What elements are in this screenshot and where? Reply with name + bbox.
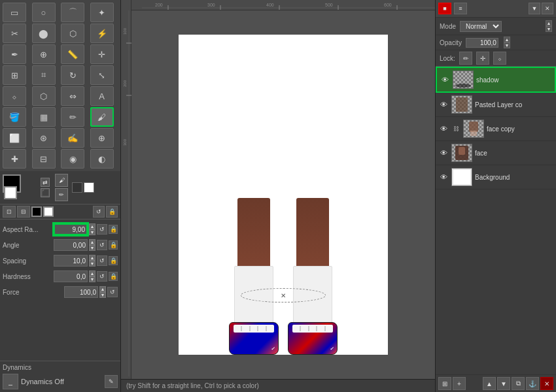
hardness-input[interactable] <box>54 270 88 282</box>
panel-menu-btn[interactable]: ▼ <box>529 3 540 14</box>
hardness-lock[interactable]: 🔒 <box>109 272 118 281</box>
canvas-content[interactable]: ✓ <box>131 10 435 379</box>
align-tool[interactable]: ⊞ <box>3 65 26 85</box>
aspect-ratio-spin-up[interactable]: ▲ <box>89 223 96 229</box>
channels-tab-icon[interactable]: ≡ <box>454 3 467 14</box>
aspect-ratio-reset[interactable]: ↺ <box>97 224 107 235</box>
background-color[interactable] <box>4 186 17 199</box>
rotate-tool[interactable]: ↻ <box>61 65 84 85</box>
canvas-document[interactable]: ✓ <box>179 35 388 355</box>
edit-brush-icon[interactable]: ✏ <box>55 188 68 201</box>
hardness-spin-down[interactable]: ▼ <box>89 276 96 282</box>
brush-color-swatch[interactable] <box>31 206 42 217</box>
mode-up-btn[interactable]: ▲ <box>546 20 552 26</box>
angle-spin-up[interactable]: ▲ <box>89 239 96 245</box>
opacity-up-btn[interactable]: ▲ <box>504 37 510 42</box>
perspective-clone-tool[interactable]: ⊟ <box>32 149 56 169</box>
spacing-reset[interactable]: ↺ <box>97 255 107 266</box>
foreground-select-tool[interactable]: ⬡ <box>61 24 84 43</box>
fuzzy-select-tool[interactable]: ✦ <box>90 3 114 22</box>
force-input[interactable] <box>64 286 98 298</box>
pencil-tool[interactable]: ✏ <box>61 107 84 127</box>
layer-item-face[interactable]: 👁 face <box>436 141 556 165</box>
dodge-burn-tool[interactable]: ◐ <box>90 149 114 169</box>
brush-sub-1[interactable]: ⊡ <box>3 206 16 218</box>
new-layer-btn[interactable]: + <box>453 377 466 390</box>
layer-item-background[interactable]: 👁 Background <box>436 165 556 189</box>
scale-tool[interactable]: ⤡ <box>90 65 114 85</box>
text-tool[interactable]: A <box>90 86 114 106</box>
angle-lock[interactable]: 🔒 <box>109 240 118 250</box>
spacing-lock[interactable]: 🔒 <box>109 256 118 265</box>
angle-reset[interactable]: ↺ <box>97 240 107 250</box>
force-reset[interactable]: ↺ <box>107 287 118 297</box>
by-color-tool[interactable]: ⬤ <box>32 24 56 43</box>
force-spin-down[interactable]: ▼ <box>99 292 106 298</box>
zoom-tool[interactable]: ⊕ <box>32 44 56 64</box>
aspect-ratio-spin-down[interactable]: ▼ <box>89 229 96 235</box>
blend-tool[interactable]: ▦ <box>32 107 56 127</box>
flip-tool[interactable]: ⇔ <box>61 86 84 106</box>
eraser-tool[interactable]: ⬜ <box>3 128 26 148</box>
opacity-input[interactable] <box>466 38 498 48</box>
layer-eye-face-copy[interactable]: 👁 <box>438 123 449 134</box>
angle-spin-down[interactable]: ▼ <box>89 245 96 251</box>
scissors-tool[interactable]: ✂ <box>3 24 26 43</box>
paths-tool[interactable]: ⚡ <box>90 24 114 43</box>
clone-tool[interactable]: ⊕ <box>90 128 114 148</box>
layer-item-shadow[interactable]: 👁 shadow <box>436 67 556 93</box>
brush-lock-btn[interactable]: 🔒 <box>106 206 118 218</box>
delete-layer-btn[interactable]: ✕ <box>540 377 553 390</box>
ellipse-select-tool[interactable]: ○ <box>32 3 56 22</box>
move-tool[interactable]: ✛ <box>90 44 114 64</box>
layer-eye-face[interactable]: 👁 <box>438 148 449 158</box>
hardness-spin-up[interactable]: ▲ <box>89 270 96 276</box>
lock-position-btn[interactable]: ✛ <box>476 52 489 65</box>
brush-sub-2[interactable]: ⊟ <box>17 206 30 218</box>
blur-tool[interactable]: ◉ <box>61 149 84 169</box>
crop-tool[interactable]: ⌗ <box>32 65 56 85</box>
layer-eye-pasted[interactable]: 👁 <box>438 99 449 110</box>
angle-input[interactable] <box>54 239 88 251</box>
aspect-ratio-input[interactable] <box>54 223 88 235</box>
duplicate-layer-btn[interactable]: ⧉ <box>512 377 525 390</box>
ink-tool[interactable]: ✍ <box>61 128 84 148</box>
heal-tool[interactable]: ✚ <box>3 149 26 169</box>
measure-tool[interactable]: 📏 <box>61 44 84 64</box>
layer-item-pasted[interactable]: 👁 Pasted Layer co <box>436 93 556 117</box>
brush-bg-swatch[interactable] <box>43 206 54 217</box>
anchor-layer-btn[interactable]: ⚓ <box>526 377 539 390</box>
spacing-spin-up[interactable]: ▲ <box>89 255 96 261</box>
lasso-tool[interactable]: ⌒ <box>61 3 84 22</box>
mode-down-btn[interactable]: ▼ <box>546 26 552 32</box>
lock-alpha-btn[interactable]: ⬦ <box>493 52 506 65</box>
brush-mode-icon[interactable]: 🖌 <box>55 174 68 187</box>
panel-close-btn[interactable]: ✕ <box>542 3 553 14</box>
force-spin-up[interactable]: ▲ <box>99 286 106 292</box>
spacing-input[interactable] <box>54 255 88 267</box>
spacing-spin-down[interactable]: ▼ <box>89 261 96 267</box>
color-pick-tool[interactable]: ✒ <box>3 44 26 64</box>
raise-layer-btn[interactable]: ▲ <box>483 377 496 390</box>
shear-tool[interactable]: ⬦ <box>3 86 26 106</box>
airbrush-tool[interactable]: ⊛ <box>32 128 56 148</box>
opacity-down-btn[interactable]: ▼ <box>504 42 510 48</box>
layer-eye-background[interactable]: 👁 <box>438 172 449 182</box>
perspective-tool[interactable]: ⬡ <box>32 86 56 106</box>
layer-eye-shadow[interactable]: 👁 <box>440 74 450 85</box>
dynamics-edit-btn[interactable]: ✎ <box>105 375 118 388</box>
reset-colors-icon[interactable]: ⬛ <box>41 188 50 197</box>
brush-reset-btn[interactable]: ↺ <box>93 206 105 218</box>
aspect-ratio-lock[interactable]: 🔒 <box>109 225 118 234</box>
layers-tab-icon[interactable]: ■ <box>438 3 451 14</box>
paintbrush-tool[interactable]: 🖌 <box>90 107 114 127</box>
bucket-fill-tool[interactable]: 🪣 <box>3 107 26 127</box>
lower-layer-btn[interactable]: ▼ <box>497 377 510 390</box>
swap-colors-icon[interactable]: ⇄ <box>41 178 50 187</box>
hardness-reset[interactable]: ↺ <box>97 271 107 282</box>
rect-select-tool[interactable]: ▭ <box>3 3 26 22</box>
layer-item-face-copy[interactable]: 👁 ⛓ face copy <box>436 117 556 141</box>
mode-select[interactable]: Normal Multiply Screen <box>460 21 502 32</box>
new-layer-group-btn[interactable]: ⊞ <box>438 377 451 390</box>
lock-pixels-btn[interactable]: ✏ <box>459 52 472 65</box>
